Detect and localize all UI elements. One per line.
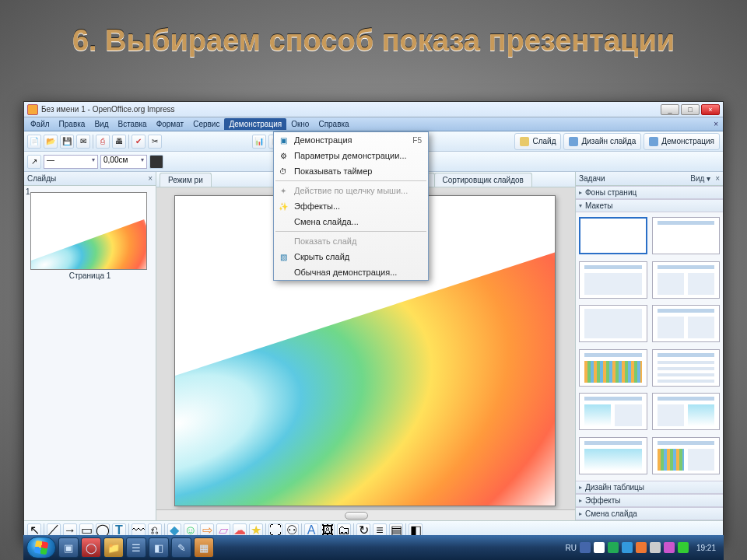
menu-insert[interactable]: Вставка xyxy=(113,118,151,130)
window-titlebar: Без имени 1 - OpenOffice.org Impress _ □… xyxy=(24,102,723,117)
tasks-view-menu[interactable]: Вид ▾ xyxy=(690,174,710,183)
tray-eject-icon[interactable] xyxy=(608,542,619,553)
taskbar-explorer[interactable]: ▣ xyxy=(58,537,79,558)
layout-title[interactable] xyxy=(652,217,721,254)
menu-item-custom-show-label: Обычная демонстрация... xyxy=(294,268,397,277)
line-color-button[interactable] xyxy=(149,155,163,169)
taskbar-app1[interactable]: ☰ xyxy=(126,537,146,558)
section-layouts-label: Макеты xyxy=(585,201,613,210)
gear-icon: ⚙ xyxy=(277,149,289,162)
tasks-title: Задачи xyxy=(579,174,605,183)
slide-design-button[interactable]: Дизайн слайда xyxy=(563,133,641,150)
export-pdf-button[interactable]: ⎙ xyxy=(96,135,110,149)
layout-blank[interactable] xyxy=(579,217,647,254)
section-backgrounds[interactable]: ▸Фоны страниц xyxy=(576,186,723,199)
tray-shield-icon[interactable] xyxy=(678,542,689,553)
tray-flag-icon[interactable] xyxy=(580,542,591,553)
menu-item-custom-show[interactable]: Обычная демонстрация... xyxy=(274,264,428,280)
menu-file[interactable]: Файл xyxy=(26,118,54,130)
spellcheck-button[interactable]: ✔ xyxy=(132,135,146,149)
start-button[interactable] xyxy=(26,537,56,558)
new-button[interactable]: 📄 xyxy=(27,135,41,149)
presentation-heading: 6. Выбираем способ показа презентации xyxy=(0,23,747,59)
line-style-dropdown[interactable]: — xyxy=(44,155,98,169)
menu-item-hide-slide[interactable]: ▧ Скрыть слайд xyxy=(274,249,428,264)
layout-chart-2[interactable] xyxy=(652,437,721,474)
section-backgrounds-label: Фоны страниц xyxy=(585,188,637,197)
app-icon xyxy=(27,104,38,115)
menu-item-transition-label: Смена слайда... xyxy=(294,217,359,226)
section-transition[interactable]: ▸Смена слайда xyxy=(576,507,723,520)
menu-bar: Файл Правка Вид Вставка Формат Сервис Де… xyxy=(24,117,723,131)
menu-item-interaction-label: Действие по щелчку мыши... xyxy=(294,186,408,195)
tray-app-icon[interactable] xyxy=(636,542,647,553)
save-button[interactable]: 💾 xyxy=(60,135,74,149)
clock-icon: ⏱ xyxy=(277,165,289,177)
cursor-icon: ✦ xyxy=(277,184,289,197)
slides-panel-close[interactable]: × xyxy=(148,174,153,183)
menu-item-interaction: ✦ Действие по щелчку мыши... xyxy=(274,183,428,198)
section-table-design[interactable]: ▸Дизайн таблицы xyxy=(576,481,723,494)
menu-edit[interactable]: Правка xyxy=(54,118,90,130)
menu-view[interactable]: Вид xyxy=(89,118,113,130)
menu-format[interactable]: Формат xyxy=(152,118,189,130)
menu-item-transition[interactable]: Смена слайда... xyxy=(274,214,428,229)
mail-button[interactable]: ✉ xyxy=(76,135,90,149)
tray-volume-icon[interactable] xyxy=(650,542,661,553)
menu-slideshow[interactable]: Демонстрация xyxy=(224,118,286,130)
layout-pic-2[interactable] xyxy=(652,393,721,430)
slides-panel: Слайды × 1 Страница 1 xyxy=(24,172,156,520)
layout-title-two[interactable] xyxy=(652,305,721,342)
taskbar-folder[interactable]: 📁 xyxy=(103,537,124,558)
editor-horizontal-scrollbar[interactable] xyxy=(156,509,575,520)
menu-window[interactable]: Окно xyxy=(286,118,314,130)
menu-item-settings[interactable]: ⚙ Параметры демонстрации... xyxy=(274,148,428,163)
slide-thumbnail-1[interactable] xyxy=(30,192,147,270)
cut-button[interactable]: ✂ xyxy=(148,135,162,149)
taskbar-impress[interactable]: ▦ xyxy=(194,537,214,558)
menu-item-show-slide: Показать слайд xyxy=(274,233,428,249)
layout-table[interactable] xyxy=(652,349,721,387)
tray-lang[interactable]: RU xyxy=(566,544,577,552)
print-button[interactable]: 🖶 xyxy=(112,135,126,149)
taskbar-app2[interactable]: ◧ xyxy=(149,537,169,558)
taskbar-browser[interactable]: ◯ xyxy=(81,537,101,558)
layout-pic-3[interactable] xyxy=(579,437,647,474)
view-tab-normal[interactable]: Режим ри xyxy=(160,173,212,187)
windows-logo-icon xyxy=(34,541,49,555)
layout-title-content[interactable] xyxy=(579,261,647,299)
window-minimize-button[interactable]: _ xyxy=(661,104,679,115)
section-effects[interactable]: ▸Эффекты xyxy=(576,494,723,507)
arrow-tool[interactable]: ↗ xyxy=(27,155,41,169)
line-width-input[interactable]: 0,00см xyxy=(100,155,147,169)
menu-item-presentation-label: Демонстрация xyxy=(294,135,352,145)
tray-cloud-icon[interactable] xyxy=(594,542,605,553)
slides-panel-title: Слайды xyxy=(27,174,56,183)
layout-two-content[interactable] xyxy=(652,261,721,299)
tasks-panel: Задачи Вид ▾ × ▸Фоны страниц ▾Макеты xyxy=(575,172,723,520)
tasks-close[interactable]: × xyxy=(715,174,720,183)
slideshow-run-button[interactable]: Демонстрация xyxy=(644,133,720,150)
window-maximize-button[interactable]: □ xyxy=(681,104,700,115)
menu-item-settings-label: Параметры демонстрации... xyxy=(294,151,407,160)
section-layouts[interactable]: ▾Макеты xyxy=(576,199,723,212)
menu-item-timer[interactable]: ⏱ Показывать таймер xyxy=(274,163,428,179)
layout-chart-1[interactable] xyxy=(579,349,647,387)
chart-button[interactable]: 📊 xyxy=(252,135,266,149)
menu-item-presentation[interactable]: ▣ Демонстрация F5 xyxy=(274,132,428,148)
menu-tools[interactable]: Сервис xyxy=(188,118,224,130)
open-button[interactable]: 📂 xyxy=(44,135,58,149)
menu-help[interactable]: Справка xyxy=(314,118,353,130)
layout-content-only[interactable] xyxy=(579,305,647,342)
slide-button[interactable]: Слайд xyxy=(514,133,561,150)
layout-pic-1[interactable] xyxy=(579,393,647,430)
window-close-button[interactable]: × xyxy=(701,104,720,115)
menu-item-effects[interactable]: ✨ Эффекты... xyxy=(274,198,428,214)
tray-network-icon[interactable] xyxy=(622,542,633,553)
view-tab-sorter[interactable]: Сортировщик слайдов xyxy=(434,173,532,187)
taskbar-writer[interactable]: ✎ xyxy=(171,537,191,558)
slide-thumb-number: 1 xyxy=(26,187,30,196)
document-close-button[interactable]: × xyxy=(710,120,721,128)
tray-misc-icon[interactable] xyxy=(664,542,675,553)
tray-clock[interactable]: 19:21 xyxy=(696,544,716,552)
